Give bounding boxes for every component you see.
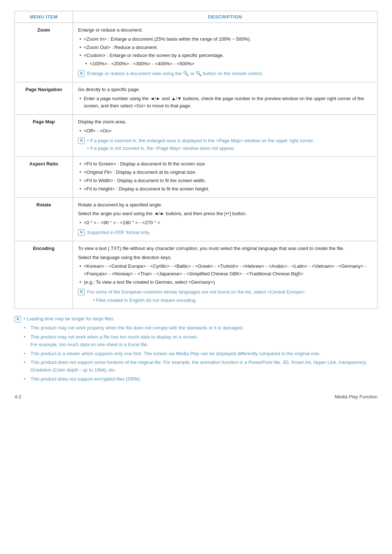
note-text: Supported in PDF format only. — [87, 229, 150, 237]
bullet-list: <Korean> - <Central Europe> - <Cyrillic>… — [78, 263, 372, 286]
note-block: NSupported in PDF format only. — [78, 229, 372, 237]
footer-bullet-text: This product may not work properly when … — [30, 324, 244, 332]
footer-bullet-row: This product may not work properly when … — [15, 324, 377, 332]
list-item: <Korean> - <Central Europe> - <Cyrillic>… — [78, 263, 372, 278]
desc-intro: Rotate a document by a specified angle. — [78, 201, 372, 209]
page-footer: 4-2 Media Play Function — [15, 394, 377, 399]
menu-item-cell: Aspect Ratio — [15, 157, 73, 197]
list-item: <Fit to Width> : Display a document to f… — [78, 177, 372, 185]
menu-item-cell: Rotate — [15, 197, 73, 241]
note-sub-bullet: • Files created in English do not requir… — [87, 297, 306, 304]
sub-list-item: <100%> - <200%> - <300%> - <400%> - <500… — [78, 60, 372, 68]
footer-note-row: N• Loading time may be longer for large … — [15, 315, 377, 323]
footer-note-icon: N — [15, 316, 21, 323]
desc-intro: Enlarge or reduce a document. — [78, 26, 372, 34]
footer-bullet-text: This product is a viewer which supports … — [30, 350, 320, 358]
desc-intro: Go directly to a specific page. — [78, 86, 372, 94]
table-header-menu: MENU ITEM — [15, 11, 73, 23]
footer-bullet-row: This product is a viewer which supports … — [15, 350, 377, 358]
footer-bullet-text: This product does not support encrypted … — [30, 376, 141, 383]
desc-cell: Go directly to a specific page.Enter a p… — [73, 82, 377, 114]
note-text: Enlarge or reduce a document view using … — [87, 70, 263, 78]
note-icon: N — [78, 70, 85, 77]
note-main-text: For some of the European countries whose… — [87, 288, 306, 296]
desc-intro: To view a text (.TXT) file without any c… — [78, 245, 372, 253]
list-item: <Off> - <On> — [78, 127, 372, 135]
bullet-list: Enter a page number using the ◄/► and ▲/… — [78, 95, 372, 110]
list-item: <0 ° > - <90 ° > - <180 ° > - <270 ° > — [78, 219, 372, 227]
page-number: 4-2 — [15, 394, 21, 399]
note-icon: N — [78, 138, 85, 144]
desc-cell: Rotate a document by a specified angle.S… — [73, 197, 377, 241]
desc-cell: <Fit to Screen> : Display a document to … — [73, 157, 377, 197]
list-item: <Zoom Out> : Reduce a document. — [78, 44, 372, 52]
menu-item-cell: Zoom — [15, 23, 73, 82]
bullet-list: <Off> - <On> — [78, 127, 372, 135]
table-header-desc: DESCRIPTION — [73, 11, 377, 23]
list-item: <Fit to Height> : Display a document to … — [78, 185, 372, 193]
note-content: • If a page is zoomed in, the enlarged a… — [87, 137, 314, 152]
menu-item-cell: Encoding — [15, 241, 73, 309]
footer-bullet-row: This product does not support encrypted … — [15, 376, 377, 383]
desc-secondary: Select the language using the direction … — [78, 254, 372, 262]
footer-note-text: • Loading time may be longer for large f… — [24, 315, 114, 323]
note-icon: N — [78, 229, 85, 236]
list-item: Enter a page number using the ◄/► and ▲/… — [78, 95, 372, 110]
bullet-list: <Fit to Screen> : Display a document to … — [78, 160, 372, 193]
note-block: NFor some of the European countries whos… — [78, 288, 372, 304]
desc-secondary: Select the angle you want using the ◄/► … — [78, 210, 372, 218]
bullet-list: <Zoom In> : Enlarge a document (25% basi… — [78, 36, 372, 59]
menu-item-cell: Page Navigation — [15, 82, 73, 114]
note-bullet-item: • If a page is zoomed in, the enlarged a… — [87, 137, 314, 145]
list-item: (e.g.: To view a text file created in Ge… — [78, 279, 372, 286]
desc-cell: Enlarge or reduce a document.<Zoom In> :… — [73, 23, 377, 82]
note-icon: N — [78, 289, 85, 295]
menu-item-cell: Page Map — [15, 115, 73, 157]
sub-bullet-list: <100%> - <200%> - <300%> - <400%> - <500… — [78, 60, 372, 68]
list-item: <Zoom In> : Enlarge a document (25% basi… — [78, 36, 372, 43]
list-item: <Custom> : Enlarge or reduce the screen … — [78, 52, 372, 59]
list-item: <Original Fit> : Display a document at i… — [78, 169, 372, 176]
desc-cell: To view a text (.TXT) file without any c… — [73, 241, 377, 309]
desc-intro: Display the zoom area. — [78, 118, 372, 126]
note-block: N• If a page is zoomed in, the enlarged … — [78, 137, 372, 152]
footer-bullet-row: This product may not work when a file ha… — [15, 333, 377, 349]
footer-notes: N• Loading time may be longer for large … — [15, 315, 377, 383]
desc-cell: Display the zoom area.<Off> - <On>N• If … — [73, 115, 377, 157]
footer-bullet-text: This product may not work when a file ha… — [30, 333, 198, 349]
list-item: <Fit to Screen> : Display a document to … — [78, 160, 372, 168]
note-block: NEnlarge or reduce a document view using… — [78, 70, 372, 78]
footer-bullet-text: This product does not support some funti… — [30, 359, 377, 374]
note-content: For some of the European countries whose… — [87, 288, 306, 304]
footer-bullet-row: This product does not support some funti… — [15, 359, 377, 374]
page-section: Media Play Function — [335, 394, 377, 399]
note-bullet-item: • If a page is not zoomed in, the <Page … — [87, 145, 314, 152]
bullet-list: <0 ° > - <90 ° > - <180 ° > - <270 ° > — [78, 219, 372, 227]
